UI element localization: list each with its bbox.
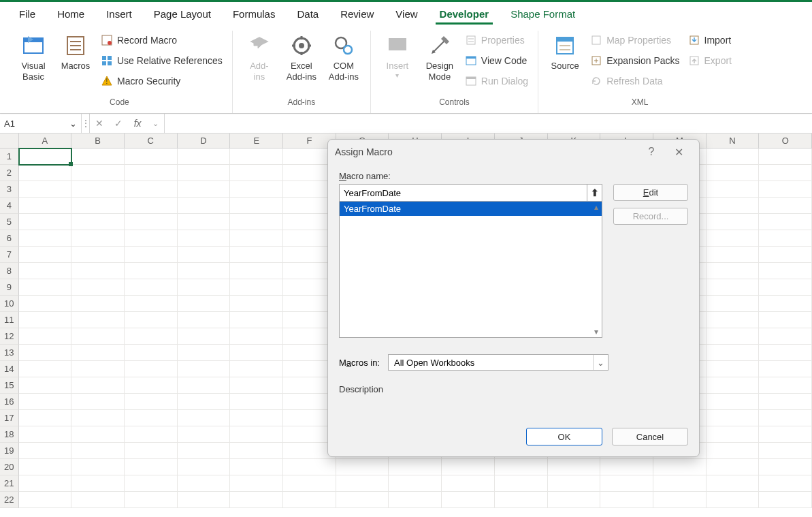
column-header[interactable]: B — [71, 134, 125, 148]
design-mode-button[interactable]: Design Mode — [420, 31, 459, 99]
cell[interactable] — [178, 394, 231, 410]
cell[interactable] — [707, 263, 760, 279]
cell[interactable] — [19, 328, 72, 345]
cell[interactable] — [548, 459, 601, 475]
cell[interactable] — [125, 263, 178, 279]
cell[interactable] — [230, 296, 283, 312]
cell[interactable] — [495, 492, 548, 508]
cell[interactable] — [71, 296, 125, 312]
row-header[interactable]: 3 — [0, 181, 19, 198]
row-header[interactable]: 12 — [0, 328, 19, 345]
cell[interactable] — [759, 443, 812, 459]
row-header[interactable]: 14 — [0, 361, 19, 377]
cell[interactable] — [283, 459, 336, 475]
cell[interactable] — [230, 443, 283, 459]
cell[interactable] — [548, 492, 601, 508]
edit-button[interactable]: Edit — [613, 184, 688, 201]
use-relative-refs-button[interactable]: Use Relative References — [98, 52, 225, 69]
column-header[interactable]: A — [19, 134, 72, 148]
cell[interactable] — [125, 443, 178, 459]
cell[interactable] — [600, 475, 653, 492]
tab-view[interactable]: View — [385, 4, 428, 24]
cell[interactable] — [707, 459, 760, 475]
cell[interactable] — [19, 312, 72, 328]
cell[interactable] — [230, 214, 283, 230]
cell[interactable] — [71, 230, 125, 247]
excel-addins-button[interactable]: Excel Add-ins — [282, 31, 321, 99]
row-header[interactable]: 1 — [0, 148, 19, 165]
tab-file[interactable]: File — [8, 4, 46, 24]
cell[interactable] — [707, 165, 760, 181]
fx-icon[interactable]: fx — [134, 118, 142, 129]
tab-data[interactable]: Data — [286, 4, 329, 24]
run-dialog-button[interactable]: Run Dialog — [462, 73, 531, 89]
cell[interactable] — [19, 247, 72, 263]
cell[interactable] — [125, 459, 178, 475]
cell[interactable] — [230, 345, 283, 361]
cell[interactable] — [19, 475, 72, 492]
cell[interactable] — [19, 198, 72, 214]
cell[interactable] — [600, 492, 653, 508]
cell[interactable] — [125, 214, 178, 230]
cell[interactable] — [125, 426, 178, 443]
cell[interactable] — [707, 214, 760, 230]
cell[interactable] — [125, 198, 178, 214]
cell[interactable] — [71, 459, 125, 475]
cell[interactable] — [178, 361, 231, 377]
cell[interactable] — [707, 279, 760, 296]
cell[interactable] — [178, 181, 231, 198]
cell[interactable] — [178, 377, 231, 394]
cell[interactable] — [759, 328, 812, 345]
cell[interactable] — [759, 263, 812, 279]
row-header[interactable]: 5 — [0, 214, 19, 230]
cell[interactable] — [283, 492, 336, 508]
cell[interactable] — [71, 410, 125, 426]
cell[interactable] — [125, 296, 178, 312]
macros-button[interactable]: Macros — [56, 31, 95, 99]
row-header[interactable]: 4 — [0, 198, 19, 214]
cell[interactable] — [19, 426, 72, 443]
scroll-down-icon[interactable]: ▾ — [591, 327, 601, 336]
cell[interactable] — [125, 279, 178, 296]
cell[interactable] — [653, 459, 707, 475]
cell[interactable] — [71, 377, 125, 394]
row-header[interactable]: 18 — [0, 426, 19, 443]
record-button[interactable]: Record... — [613, 208, 688, 225]
cell[interactable] — [19, 230, 72, 247]
cell[interactable] — [125, 475, 178, 492]
cell[interactable] — [230, 328, 283, 345]
row-header[interactable]: 2 — [0, 165, 19, 181]
cell[interactable] — [230, 426, 283, 443]
chevron-down-icon[interactable]: ⌄ — [69, 119, 77, 129]
cell[interactable] — [336, 459, 389, 475]
cell[interactable] — [71, 279, 125, 296]
row-header[interactable]: 9 — [0, 279, 19, 296]
column-header[interactable]: N — [707, 134, 760, 148]
map-properties-button[interactable]: Map Properties — [587, 32, 682, 48]
cell[interactable] — [600, 459, 653, 475]
cell[interactable] — [19, 263, 72, 279]
tab-home[interactable]: Home — [46, 4, 95, 24]
row-header[interactable]: 17 — [0, 410, 19, 426]
cell[interactable] — [19, 345, 72, 361]
cell[interactable] — [707, 230, 760, 247]
cell[interactable] — [178, 214, 231, 230]
cell[interactable] — [178, 247, 231, 263]
macros-in-select[interactable]: All Open Workbooks ⌄ — [388, 354, 608, 371]
cell[interactable] — [178, 312, 231, 328]
view-code-button[interactable]: View Code — [462, 52, 531, 69]
cell[interactable] — [230, 279, 283, 296]
cell[interactable] — [178, 148, 231, 165]
cell[interactable] — [442, 492, 495, 508]
cell[interactable] — [707, 312, 760, 328]
cell[interactable] — [178, 492, 231, 508]
cell[interactable] — [19, 410, 72, 426]
macro-list-item[interactable]: YearFromDate — [340, 202, 602, 216]
cell[interactable] — [71, 492, 125, 508]
cell[interactable] — [125, 230, 178, 247]
properties-button[interactable]: Properties — [462, 32, 531, 48]
cell[interactable] — [707, 198, 760, 214]
cell[interactable] — [230, 263, 283, 279]
cell[interactable] — [759, 410, 812, 426]
cell[interactable] — [759, 247, 812, 263]
